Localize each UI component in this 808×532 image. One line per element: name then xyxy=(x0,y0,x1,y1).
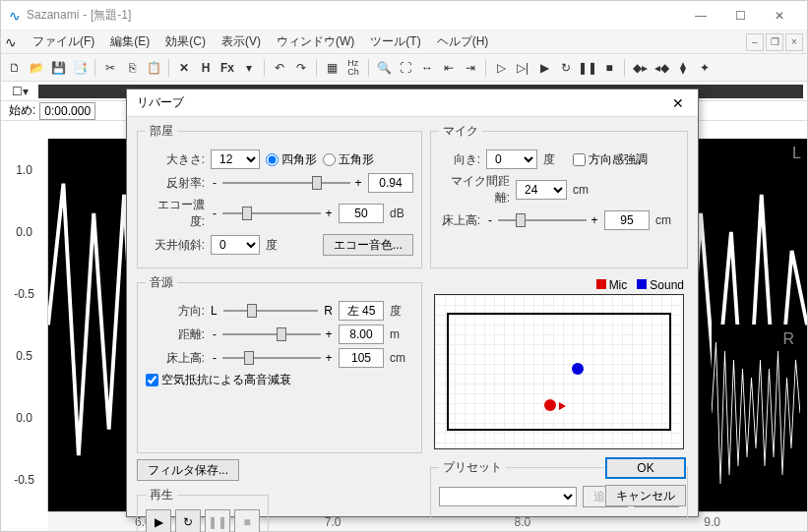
mdi-close-button[interactable]: × xyxy=(785,33,803,51)
preview-loop-button[interactable]: ↻ xyxy=(175,509,201,532)
dialog-close-button[interactable]: ✕ xyxy=(668,95,688,111)
undo-icon[interactable]: ↶ xyxy=(270,58,289,78)
source-height-label: 床上高: xyxy=(146,350,205,367)
minimize-button[interactable]: — xyxy=(681,2,720,30)
stop-icon[interactable]: ■ xyxy=(599,58,619,78)
pause-icon[interactable]: ❚❚ xyxy=(578,58,597,78)
mic-height-slider[interactable] xyxy=(498,210,587,230)
menu-file[interactable]: ファイル(F) xyxy=(25,31,102,52)
play-fast-icon[interactable]: ▶ xyxy=(534,58,554,78)
axis-tick: 0.5 xyxy=(16,349,32,363)
skip-end-icon[interactable]: ⇥ xyxy=(461,58,480,78)
marker-right-icon[interactable]: ◂◆ xyxy=(652,58,671,78)
preview-pause-button[interactable]: ❚❚ xyxy=(205,509,230,532)
menu-edit[interactable]: 編集(E) xyxy=(102,31,157,52)
ok-button[interactable]: OK xyxy=(605,457,686,479)
dialog-titlebar: リバーブ ✕ xyxy=(127,89,698,117)
hzch-icon[interactable]: HzCh xyxy=(343,58,363,78)
preset-legend: プリセット xyxy=(439,459,506,476)
reflect-value[interactable]: 0.94 xyxy=(368,173,413,193)
open-icon[interactable]: 📂 xyxy=(27,58,46,78)
maximize-button[interactable]: ☐ xyxy=(720,2,760,30)
waveform-canvas-R[interactable]: R xyxy=(712,325,800,502)
ruler-tick: 9.0 xyxy=(704,515,720,529)
shape-square-radio[interactable]: 四角形 xyxy=(266,151,317,168)
mic-direction-unit: 度 xyxy=(543,151,567,168)
tool-fx-icon[interactable]: Fx xyxy=(218,58,237,78)
redo-icon[interactable]: ↷ xyxy=(291,58,311,78)
play-icon[interactable]: ▷ xyxy=(491,58,511,78)
axis-tick: 0.0 xyxy=(16,225,32,239)
legend-mic: Mic xyxy=(596,278,628,292)
overview-dropdown[interactable]: ☐▾ xyxy=(5,82,34,101)
cancel-button[interactable]: キャンセル xyxy=(605,485,686,506)
menu-help[interactable]: ヘルプ(H) xyxy=(429,31,497,52)
fit-width-icon[interactable]: ↔ xyxy=(417,58,437,78)
play-skip-icon[interactable]: ▷| xyxy=(513,58,532,78)
marker-updown-icon[interactable]: ⧫ xyxy=(673,58,693,78)
mic-dot-icon xyxy=(544,399,556,411)
preset-select[interactable] xyxy=(439,487,577,506)
ceiling-unit: 度 xyxy=(266,237,289,254)
mic-spacing-select[interactable]: 24 xyxy=(516,180,567,200)
source-direction-value[interactable]: 左 45 xyxy=(339,301,384,321)
source-height-slider[interactable] xyxy=(222,348,321,368)
directional-sensitivity-checkbox[interactable]: 方向感強調 xyxy=(573,151,648,168)
echo-density-unit: dB xyxy=(390,207,413,220)
source-height-value[interactable]: 105 xyxy=(339,348,384,368)
close-button[interactable]: ✕ xyxy=(760,2,799,30)
menu-view[interactable]: 表示(V) xyxy=(214,31,269,52)
axis-tick: -0.5 xyxy=(14,287,34,301)
source-distance-label: 距離: xyxy=(146,326,205,343)
echo-density-value[interactable]: 50 xyxy=(339,204,384,223)
save-icon[interactable]: 💾 xyxy=(48,58,68,78)
source-distance-slider[interactable] xyxy=(222,325,321,344)
shape-pentagon-radio[interactable]: 五角形 xyxy=(323,151,374,168)
skip-start-icon[interactable]: ⇤ xyxy=(439,58,459,78)
L-label: L xyxy=(211,304,218,318)
preview-stop-button[interactable]: ■ xyxy=(234,509,260,532)
tool-h-icon[interactable]: H xyxy=(196,58,216,78)
marker-expand-icon[interactable]: ✦ xyxy=(695,58,715,78)
mdi-minimize-button[interactable]: – xyxy=(746,33,764,51)
cut-icon[interactable]: ✂ xyxy=(100,58,120,78)
echo-tone-button[interactable]: エコー音色... xyxy=(323,234,413,256)
marker-left-icon[interactable]: ◆▸ xyxy=(630,58,650,78)
menu-effect[interactable]: 効果(C) xyxy=(157,31,214,52)
mic-direction-select[interactable]: 0 xyxy=(486,149,537,169)
paste-icon[interactable]: 📋 xyxy=(144,58,163,78)
wave-axis: 1.0 0.0 -0.5 0.5 0.0 -0.5 xyxy=(1,139,48,511)
grid-icon[interactable]: ▦ xyxy=(322,58,342,78)
filter-save-button[interactable]: フィルタ保存... xyxy=(137,459,239,481)
start-time[interactable]: 0:00.000 xyxy=(39,102,95,120)
dropdown-icon[interactable]: ▾ xyxy=(239,58,259,78)
sound-dot-icon xyxy=(572,363,584,375)
preview-play-button[interactable]: ▶ xyxy=(146,509,171,532)
mdi-restore-button[interactable]: ❐ xyxy=(766,33,783,51)
menu-window[interactable]: ウィンドウ(W) xyxy=(269,31,362,52)
ceiling-select[interactable]: 0 xyxy=(211,235,260,255)
echo-density-slider[interactable] xyxy=(222,204,321,223)
mic-height-value[interactable]: 95 xyxy=(604,210,650,230)
air-attenuation-checkbox[interactable]: 空気抵抗による高音減衰 xyxy=(146,372,291,388)
source-direction-label: 方向: xyxy=(146,303,205,320)
zoom-icon[interactable]: 🔍 xyxy=(374,58,394,78)
menu-tool[interactable]: ツール(T) xyxy=(362,31,428,52)
new-icon[interactable]: 🗋 xyxy=(5,58,25,78)
mic-legend: マイク xyxy=(439,123,482,140)
loop-icon[interactable]: ↻ xyxy=(556,58,576,78)
axis-tick: 1.0 xyxy=(16,163,32,177)
reflect-slider[interactable] xyxy=(222,173,350,193)
room-graph[interactable] xyxy=(434,294,684,449)
titlebar: ∿ Sazanami - [無題-1] — ☐ ✕ xyxy=(1,1,807,30)
play-group: 再生 ▶ ↻ ❚❚ ■ xyxy=(137,487,269,532)
tool-x-icon[interactable]: ✕ xyxy=(174,58,194,78)
source-distance-value[interactable]: 8.00 xyxy=(339,325,384,344)
source-direction-slider[interactable] xyxy=(223,301,319,321)
copy-icon[interactable]: ⎘ xyxy=(122,58,142,78)
source-height-unit: cm xyxy=(390,351,413,365)
saveall-icon[interactable]: 📑 xyxy=(70,58,90,78)
reverb-dialog: リバーブ ✕ 部屋 大きさ: 12 四角形 五角形 反射率: -+ 0.94 エ… xyxy=(126,89,699,517)
size-select[interactable]: 12 xyxy=(211,149,260,169)
zoomfit-icon[interactable]: ⛶ xyxy=(396,58,415,78)
